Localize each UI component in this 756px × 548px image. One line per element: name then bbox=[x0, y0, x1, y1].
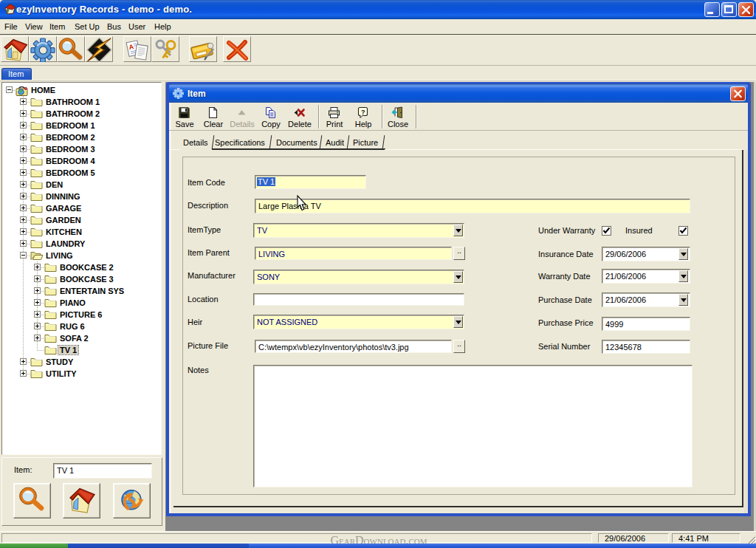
svg-text:?: ? bbox=[361, 109, 365, 116]
